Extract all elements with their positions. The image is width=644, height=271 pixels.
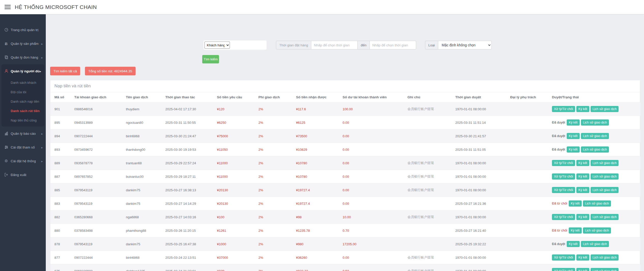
sign-button[interactable]: Ký kết bbox=[576, 214, 589, 220]
row-name: phamthong88 bbox=[122, 224, 161, 237]
row-received: ¥19727.4 bbox=[292, 183, 339, 197]
history-button[interactable]: Lịch sử giao dịch bbox=[591, 160, 619, 166]
sidebar-item-logout[interactable]: Đăng xuất bbox=[0, 168, 46, 182]
row-amount: ¥37000 bbox=[213, 251, 254, 264]
status-rejected-text: Đã từ chối bbox=[552, 201, 567, 205]
type-select[interactable]: Mặc định không chọn bbox=[438, 41, 492, 49]
row-amount: ¥11050 bbox=[213, 143, 254, 156]
process-reject-button[interactable]: Xử lý/Từ chối bbox=[552, 160, 575, 166]
history-button[interactable]: Lịch sử giao dịch bbox=[591, 173, 619, 180]
sidebar-item-params[interactable]: Cài đặt tham số bbox=[0, 140, 46, 154]
history-button[interactable]: Lịch sử giao dịch bbox=[591, 214, 619, 220]
params-icon bbox=[4, 145, 8, 149]
hamburger-menu-icon[interactable] bbox=[5, 5, 11, 9]
sign-button[interactable]: Ký kết bbox=[567, 241, 580, 247]
sign-button[interactable]: Ký kết bbox=[569, 227, 582, 234]
history-button[interactable]: Lịch sử giao dịch bbox=[591, 268, 619, 271]
sidebar-subitem-customer-list[interactable]: Danh sách khách bbox=[2, 78, 44, 87]
sidebar-subitem-withdraw-list[interactable]: Danh sách rút tiền bbox=[2, 106, 44, 116]
process-reject-button[interactable]: Xử lý/Từ chối bbox=[552, 187, 575, 193]
row-actions: Xử lý/Từ chốiKý kếtLịch sử giao dịch bbox=[548, 183, 640, 197]
sidebar-item-reports[interactable]: Quản lý báo cáo bbox=[0, 127, 46, 140]
row-note bbox=[403, 129, 451, 143]
row-amount: ¥20130 bbox=[213, 183, 254, 197]
sidebar-subitem-my-team[interactable]: Đội của tôi bbox=[2, 87, 44, 97]
row-id: 878 bbox=[50, 237, 70, 251]
row-actions: Xử lý/Từ chốiKý kếtLịch sử giao dịch bbox=[548, 170, 640, 183]
sidebar-item-orders[interactable]: Quản lý đơn hàng bbox=[0, 50, 46, 64]
total-withdraw-button[interactable]: Tổng số tiền rút: 4824944.35 bbox=[85, 67, 136, 75]
history-button[interactable]: Lịch sử giao dịch bbox=[583, 227, 611, 234]
search-button[interactable]: Tìm kiếm bbox=[202, 55, 219, 63]
app-title: HỆ THỐNG MICROSOFT CHAIN bbox=[15, 4, 97, 10]
sidebar-item-products[interactable]: ɃQuản lý sản phẩm bbox=[0, 37, 46, 50]
column-header: Thời gian thao tác bbox=[161, 92, 213, 102]
row-note: 会员银行账户提现 bbox=[403, 102, 451, 116]
order-time-label: Thời gian đặt hàng bbox=[276, 41, 311, 49]
row-agent bbox=[506, 129, 548, 143]
sidebar-subitem-manual-deposit[interactable]: Nạp tiền thủ công bbox=[2, 116, 44, 125]
sign-button[interactable]: Ký kết bbox=[576, 160, 589, 166]
history-button[interactable]: Lịch sử giao dịch bbox=[581, 133, 609, 139]
column-header: Số tiền yêu cầu bbox=[213, 92, 254, 102]
table-row: 9010986546016thuydiem2025-04-02 17:17:30… bbox=[50, 102, 640, 116]
history-button[interactable]: Lịch sử giao dịch bbox=[581, 146, 609, 153]
row-actions: Xử lý/Từ chốiKý kếtLịch sử giao dịch bbox=[548, 210, 640, 224]
chevron-right-icon bbox=[41, 56, 43, 59]
sign-button[interactable]: Ký kết bbox=[576, 187, 589, 193]
row-received: ¥10780 bbox=[292, 156, 339, 170]
dashboard-icon bbox=[4, 28, 8, 32]
type-filter-group: Loại Mặc định không chọn bbox=[425, 41, 492, 49]
search-all-button[interactable]: Tìm kiếm tất cả bbox=[50, 67, 80, 75]
sign-button[interactable]: Ký kết bbox=[576, 254, 589, 261]
customer-filter-group: Khách hàng bbox=[203, 40, 267, 50]
time-to-input[interactable] bbox=[370, 41, 416, 49]
sign-button[interactable]: Ký kết bbox=[567, 146, 580, 153]
row-name: ngoctuan80 bbox=[122, 116, 161, 129]
chevron-right-icon bbox=[41, 145, 43, 149]
table-row: 8750869320908dinhbon12252025-03-24 21:22… bbox=[50, 264, 640, 271]
sign-button[interactable]: Ký kết bbox=[576, 173, 589, 180]
row-actions: Xử lý/Từ chốiKý kếtLịch sử giao dịch bbox=[548, 251, 640, 264]
row-name: nga6868 bbox=[122, 210, 161, 224]
time-from-input[interactable] bbox=[311, 41, 358, 49]
table-row: 8850979543119dankim752025-03-27 16:38:13… bbox=[50, 183, 640, 197]
keyword-input[interactable] bbox=[230, 42, 279, 49]
row-id: 883 bbox=[50, 197, 70, 210]
row-agent bbox=[506, 197, 548, 210]
process-reject-button[interactable]: Xử lý/Từ chối bbox=[552, 106, 575, 112]
process-reject-button[interactable]: Xử lý/Từ chối bbox=[552, 173, 575, 180]
sign-button[interactable]: Ký kết bbox=[576, 106, 589, 112]
sign-button[interactable]: Ký kết bbox=[569, 200, 582, 207]
history-button[interactable]: Lịch sử giao dịch bbox=[581, 241, 609, 247]
row-note: 会员银行账户提现 bbox=[403, 210, 451, 224]
customer-type-select[interactable]: Khách hàng bbox=[204, 42, 230, 49]
transactions-panel: Nạp tiền và rút tiền Mã sốTài khoản giao… bbox=[50, 80, 640, 271]
row-name: dankim75 bbox=[122, 197, 161, 210]
panel-title: Nạp tiền và rút tiền bbox=[50, 80, 640, 92]
sidebar-subitem-deposit-list[interactable]: Danh sách nạp tiền bbox=[2, 97, 44, 106]
row-balance: 0.00 bbox=[339, 197, 403, 210]
process-reject-button[interactable]: Xử lý/Từ chối bbox=[552, 254, 575, 261]
row-id: 893 bbox=[50, 143, 70, 156]
row-note bbox=[403, 116, 451, 129]
sidebar-item-dashboard[interactable]: Trang chủ quản trị bbox=[0, 23, 46, 37]
history-button[interactable]: Lịch sử giao dịch bbox=[591, 106, 619, 112]
row-actions: Xử lý/Từ chốiKý kếtLịch sử giao dịch bbox=[548, 156, 640, 170]
row-approve-time: 1970-01-01 08:00:00 bbox=[451, 251, 506, 264]
sidebar-active-group: Quản lý người dùngDanh sách kháchĐội của… bbox=[2, 64, 44, 127]
history-button[interactable]: Lịch sử giao dịch bbox=[581, 119, 609, 126]
row-amount: ¥11000 bbox=[213, 170, 254, 183]
sign-button[interactable]: Ký kết bbox=[567, 119, 580, 126]
process-reject-button[interactable]: Xử lý/Từ chối bbox=[552, 214, 575, 220]
sign-button[interactable]: Ký kết bbox=[576, 268, 589, 271]
history-button[interactable]: Lịch sử giao dịch bbox=[583, 200, 611, 207]
table-row: 8780979543119dankim752025-03-25 16:47:38… bbox=[50, 237, 640, 251]
history-button[interactable]: Lịch sử giao dịch bbox=[591, 254, 619, 261]
sign-button[interactable]: Ký kết bbox=[567, 133, 580, 139]
sidebar-item-system[interactable]: ⚙Cài đặt hệ thống bbox=[0, 154, 46, 168]
history-button[interactable]: Lịch sử giao dịch bbox=[591, 187, 619, 193]
row-fee: 2% bbox=[254, 156, 292, 170]
process-reject-button[interactable]: Xử lý/Từ chối bbox=[552, 268, 575, 271]
sidebar-item-users[interactable]: Quản lý người dùng bbox=[2, 64, 44, 78]
